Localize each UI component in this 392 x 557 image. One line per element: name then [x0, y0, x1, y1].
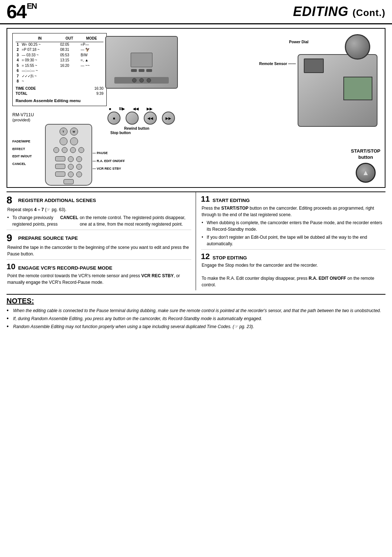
transport-symbols: ■ II/▶ ◀◀ ▶▶ — [109, 107, 152, 111]
vcr-rec-label: — VCR REC STBY — [93, 165, 125, 173]
start-stop-section: START/STOP button ▲ — [351, 148, 380, 183]
rewind-label: Rewind button — [124, 126, 149, 130]
camera-illustration: Remote Sensor —— Power Dial — [276, 32, 381, 163]
vcr-port-row — [114, 77, 169, 84]
step-12-block: 12 STOP EDITING Engage the Stop modes fo… — [201, 250, 386, 291]
remote-right-labels: — PAUSE — R.A. EDIT ON/OFF — VCR REC STB… — [93, 149, 125, 173]
page-header: 64EN EDITING (Cont.) — [0, 0, 392, 24]
remote-btn-4[interactable] — [62, 147, 68, 153]
step-9-number: 9 — [7, 233, 17, 243]
fade-wipe-label: FADE/WIPE — [12, 138, 32, 145]
camera-body — [298, 54, 377, 127]
diagram-section: IN OUT MODE 1 W⌗ 00:25 ~ 02:05 ⌗P— 2 ⌗P … — [7, 28, 385, 188]
cancel-label: CANCEL — [12, 160, 32, 168]
step-8-bullet-1: To change previously registered points, … — [7, 214, 191, 227]
vcr-box — [105, 36, 178, 89]
vcr-btn — [146, 69, 152, 72]
remote-btn-7[interactable] — [68, 156, 74, 162]
edit-inout-label: EDIT IN/OUT — [12, 153, 32, 160]
remote-rect-btn-4[interactable] — [64, 179, 74, 184]
step-9-header: 9 PREPARE SOURCE TAPE — [7, 233, 191, 243]
remote-btn-1[interactable] — [60, 137, 68, 145]
step-11-title: START EDITING — [213, 195, 250, 204]
remote-label: RM-V711U(provided) — [12, 112, 85, 122]
table-row: 6 —:—:— ~ — [16, 68, 103, 74]
remote-btn-10[interactable] — [76, 164, 82, 170]
remote-rect-btn-2[interactable] — [55, 164, 65, 169]
notes-list: When the editing cable is connected to t… — [7, 307, 385, 330]
vcr-btn — [131, 69, 137, 72]
start-stop-button[interactable]: ▲ — [356, 163, 376, 183]
remote-t-button[interactable]: T — [60, 128, 68, 136]
start-stop-label: START/STOP button — [351, 148, 380, 161]
remote-btn-11[interactable] — [68, 171, 74, 177]
step-10-header: 10 ENGAGE VCR'S RECORD-PAUSE MODE — [7, 263, 191, 271]
power-dial — [345, 34, 370, 60]
table-row: 8 ~ — [16, 79, 103, 84]
camera-lcd — [343, 77, 372, 100]
step-8-body: Repeat steps 4 – 7 (☞ pg. 63). To change… — [7, 206, 191, 227]
remote-btn-2[interactable] — [70, 137, 78, 145]
remote-btn-6[interactable] — [78, 147, 84, 153]
table-row: 1 W⌗ 00:25 ~ 02:05 ⌗P— — [16, 42, 103, 47]
step-10-block: 10 ENGAGE VCR'S RECORD-PAUSE MODE Point … — [7, 260, 191, 288]
remote-btn-12[interactable] — [76, 171, 82, 177]
remote-btn-9[interactable] — [68, 164, 74, 170]
remote-rect-btn-3[interactable] — [55, 171, 65, 177]
instructions-right: 11 START EDITING Press the START/STOP bu… — [196, 192, 386, 290]
notes-section: NOTES: When the editing cable is connect… — [7, 294, 385, 330]
step-8-block: 8 REGISTER ADDITIONAL SCENES Repeat step… — [7, 192, 191, 230]
remote-side-labels: FADE/WIPE EFFECT EDIT IN/OUT CANCEL — [12, 138, 32, 168]
remote-btn-3[interactable] — [53, 147, 59, 153]
menu-table-content: IN OUT MODE 1 W⌗ 00:25 ~ 02:05 ⌗P— 2 ⌗P … — [16, 36, 103, 84]
step-10-body: Point the remote control towards the VCR… — [7, 273, 191, 286]
step-9-body: Rewind the tape in the camcorder to the … — [7, 244, 191, 257]
power-dial-label: Power Dial — [289, 40, 309, 44]
step-8-header: 8 REGISTER ADDITIONAL SCENES — [7, 195, 191, 205]
vcr-buttons — [131, 69, 152, 72]
table-row: 2 ⌗P 07:18 ~ 08:31 — 🦅 — [16, 47, 103, 53]
menu-footer: TIME CODE 16:30 TOTAL 9:39 — [16, 86, 103, 96]
step-12-title: STOP EDITING — [213, 253, 247, 261]
remote-rect-btn-1[interactable] — [55, 156, 65, 161]
camera-viewfinder — [304, 58, 324, 73]
fast-forward-button[interactable]: ▶▶ — [162, 112, 175, 125]
page-number: 64EN — [7, 2, 36, 21]
note-item-3: Random Assemble Editing may not function… — [7, 323, 385, 330]
table-row: 3 — 03:33 ~ 05:53 B/W — [16, 53, 103, 58]
notes-title: NOTES: — [7, 297, 385, 305]
vcr-illustration: ■ II/▶ ◀◀ ▶▶ ■ ◀◀ ▶▶ Rewind button — [105, 36, 178, 135]
transport-buttons: ■ ◀◀ ▶▶ — [107, 112, 175, 125]
remote-btn-8[interactable] — [76, 156, 82, 162]
step-10-number: 10 — [7, 263, 17, 271]
menu-table: IN OUT MODE 1 W⌗ 00:25 ~ 02:05 ⌗P— 2 ⌗P … — [12, 33, 107, 106]
stop-label: Stop button — [110, 131, 131, 135]
step-9-block: 9 PREPARE SOURCE TAPE Rewind the tape in… — [7, 230, 191, 260]
step-11-bullet-1: When dubbing is complete, the camcorder … — [202, 219, 386, 233]
step-8-title: REGISTER ADDITIONAL SCENES — [18, 195, 96, 204]
remote-btn-5[interactable] — [70, 147, 76, 153]
start-stop-arrow-icon: ▲ — [362, 169, 369, 177]
remote-w-button[interactable]: W — [70, 128, 78, 136]
step-11-body: Press the START/STOP button on the camco… — [201, 205, 386, 247]
step-11-bullet-2: If you don't register an Edit-Out point,… — [202, 234, 386, 247]
effect-label: EFFECT — [12, 145, 32, 153]
table-row: 4 ⌗ 09:30 ~ 13:15 ⌗, ▲ — [16, 58, 103, 63]
stop-button[interactable]: ■ — [107, 112, 121, 125]
rewind-button[interactable]: ◀◀ — [144, 112, 157, 125]
step-12-header: 12 STOP EDITING — [201, 253, 386, 261]
step-12-number: 12 — [201, 253, 211, 261]
vcr-port — [139, 78, 144, 82]
page-title: EDITING (Cont.) — [293, 4, 385, 19]
vcr-btn — [139, 69, 144, 72]
remote-body: T W — [45, 124, 92, 186]
instructions-left: 8 REGISTER ADDITIONAL SCENES Repeat step… — [7, 192, 196, 290]
transport-area: ■ II/▶ ◀◀ ▶▶ ■ ◀◀ ▶▶ Rewind button — [105, 107, 178, 135]
instructions-section: 8 REGISTER ADDITIONAL SCENES Repeat step… — [7, 191, 385, 290]
note-item-1: When the editing cable is connected to t… — [7, 307, 385, 314]
vcr-screen — [131, 53, 152, 67]
play-pause-button[interactable] — [126, 112, 139, 125]
remote-control: RM-V711U(provided) FADE/WIPE EFFECT EDIT… — [12, 112, 85, 186]
step-8-number: 8 — [7, 195, 17, 205]
note-item-2: If, during Random Assemble Editing, you … — [7, 315, 385, 322]
